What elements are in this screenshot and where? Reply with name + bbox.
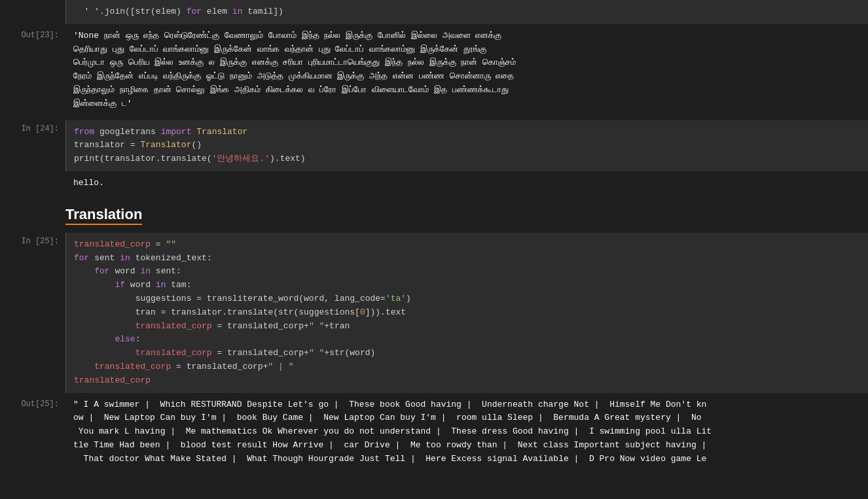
- jupyter-notebook: ' '.join([str(elem) for elem in tamil]) …: [0, 0, 868, 499]
- output-hello: hello.: [73, 178, 104, 188]
- cell-label-out24: [0, 174, 65, 193]
- output-text-23: 'None நான் ஒரு எந்த ரெஸ்டுரேண்ட்கு வேணால…: [73, 31, 516, 109]
- cell-label-out23: Out[23]:: [0, 27, 65, 114]
- cell-label-25: In [25]:: [0, 233, 65, 393]
- output-row-24: hello.: [0, 174, 868, 193]
- code-pre-24: from googletrans import Translator trans…: [74, 126, 860, 166]
- code-row-25: In [25]: translated_corp = "" for sent i…: [0, 233, 868, 393]
- section-heading-row: Translation: [0, 203, 868, 225]
- output-cell-25: " I A swimmer | Which RESTURRAND Despite…: [65, 396, 868, 469]
- section-heading-translation: Translation: [65, 206, 142, 225]
- cell-label-24: In [24]:: [0, 120, 65, 171]
- code-cell-top: ' '.join([str(elem) for elem in tamil]): [65, 0, 868, 24]
- code-cell-24: from googletrans import Translator trans…: [65, 120, 868, 171]
- code-row-24: In [24]: from googletrans import Transla…: [0, 120, 868, 171]
- output-cell-24: hello.: [65, 174, 868, 193]
- code-pre-25: translated_corp = "" for sent in tokeniz…: [74, 238, 860, 388]
- output-row-23: Out[23]: 'None நான் ஒரு எந்த ரெஸ்டுரேண்ட…: [0, 27, 868, 114]
- code-cell-25: translated_corp = "" for sent in tokeniz…: [65, 233, 868, 393]
- cell-label-top: [0, 0, 65, 24]
- output-text-25: " I A swimmer | Which RESTURRAND Despite…: [73, 400, 712, 464]
- code-line: ' '.join([str(elem) for elem in tamil]): [74, 5, 860, 19]
- output-row-25: Out[25]: " I A swimmer | Which RESTURRAN…: [0, 396, 868, 469]
- cell-label-out25: Out[25]:: [0, 396, 65, 469]
- output-cell-23: 'None நான் ஒரு எந்த ரெஸ்டுரேண்ட்கு வேணால…: [65, 27, 868, 114]
